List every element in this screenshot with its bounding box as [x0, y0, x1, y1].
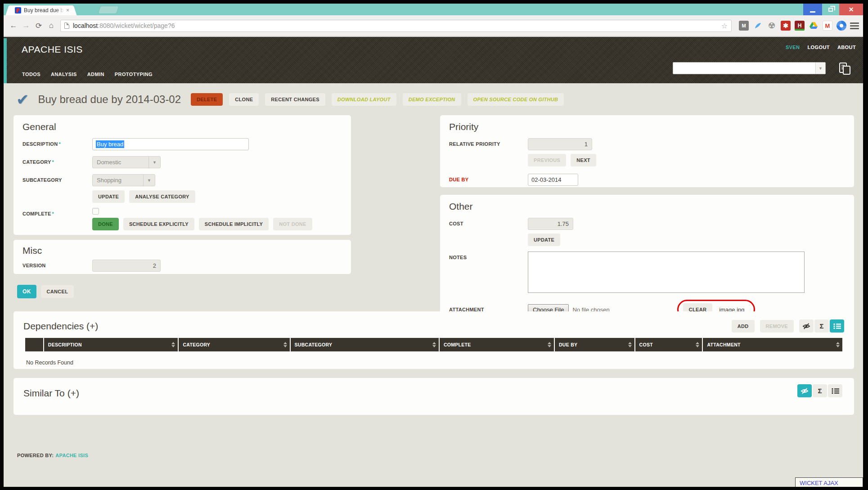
forward-icon[interactable]: →	[20, 21, 32, 30]
extension-m-icon[interactable]: M	[739, 21, 749, 31]
user-name-link[interactable]: SVEN	[786, 45, 800, 50]
wicket-ajax-debug-button[interactable]: WICKET AJAX DEBUG	[795, 477, 863, 487]
extension-gmail-icon[interactable]: M	[823, 21, 832, 31]
schedule-implicitly-button[interactable]: SCHEDULE IMPLICITLY	[199, 218, 269, 230]
column-header-description[interactable]: DESCRIPTION	[44, 338, 178, 351]
general-panel: General DESCRIPTION* Buy bread CATEGORY*…	[13, 115, 351, 235]
recent-changes-button[interactable]: RECENT CHANGES	[265, 93, 325, 106]
cancel-button[interactable]: CANCEL	[41, 285, 74, 298]
column-header-subcategory[interactable]: SUBCATEGORY	[291, 338, 439, 351]
description-label: DESCRIPTION*	[22, 138, 92, 147]
extension-drive-icon[interactable]	[809, 21, 819, 31]
column-header-cost[interactable]: COST	[635, 338, 702, 351]
notes-textarea[interactable]	[528, 252, 805, 293]
open-source-code-button[interactable]: OPEN SOURCE CODE ON GITHUB	[468, 93, 564, 106]
url-text: localhost:8080/wicket/wicket/page?6	[73, 22, 175, 29]
restore-button[interactable]	[822, 4, 839, 15]
column-header-category[interactable]: CATEGORY	[179, 338, 289, 351]
nav-item-analysis[interactable]: ANALYSIS	[51, 72, 77, 77]
back-icon[interactable]: ←	[7, 21, 20, 30]
other-heading: Other	[449, 201, 845, 212]
hide-view-icon[interactable]	[799, 319, 814, 333]
dependencies-panel: Dependencies (+) ADD REMOVE Σ	[13, 311, 854, 369]
reload-icon[interactable]: ⟳	[32, 21, 45, 31]
todo-check-icon: ✔	[16, 92, 29, 107]
chevron-down-icon: ▼	[148, 157, 160, 168]
tab-close-icon[interactable]: ×	[66, 7, 69, 13]
nav-item-prototyping[interactable]: PROTOTYPING	[115, 72, 153, 77]
clone-button[interactable]: CLONE	[229, 93, 259, 106]
notes-label: NOTES	[449, 252, 528, 260]
table-header-row: DESCRIPTION CATEGORY SUBCATEGORY COMPLET…	[25, 338, 842, 351]
copy-link-icon[interactable]	[839, 62, 851, 76]
download-layout-button[interactable]: DOWNLOAD LAYOUT	[332, 93, 396, 106]
column-header-attachment[interactable]: ATTACHMENT	[703, 338, 842, 351]
window-accent-strip	[4, 38, 7, 83]
schedule-explicitly-button[interactable]: SCHEDULE EXPLICITLY	[123, 218, 194, 230]
similar-to-panel: Similar To (+) Σ	[13, 378, 854, 415]
home-icon[interactable]: ⌂	[45, 21, 58, 30]
next-button[interactable]: NEXT	[571, 154, 596, 166]
minimize-button[interactable]	[803, 4, 822, 15]
due-by-label: DUE BY	[449, 174, 528, 182]
chevron-down-icon: ▼	[143, 175, 155, 186]
priority-heading: Priority	[449, 121, 845, 132]
cost-update-button[interactable]: UPDATE	[528, 234, 560, 246]
relative-priority-label: RELATIVE PRIORITY	[449, 138, 528, 147]
ok-button[interactable]: OK	[17, 285, 36, 298]
priority-panel: Priority RELATIVE PRIORITY 1 PREVIOUS NE…	[440, 115, 854, 187]
dependencies-controls: ADD REMOVE Σ	[732, 319, 844, 333]
subcategory-label: SUBCATEGORY	[22, 174, 92, 183]
empty-table-message: No Records Found	[13, 351, 854, 366]
nav-item-todos[interactable]: TODOS	[22, 72, 40, 77]
main-nav: TODOS ANALYSIS ADMIN PROTOTYPING	[22, 72, 153, 77]
column-header-complete[interactable]: COMPLETE	[440, 338, 554, 351]
done-button[interactable]: DONE	[92, 218, 119, 230]
update-button[interactable]: UPDATE	[92, 190, 125, 203]
about-link[interactable]: ABOUT	[837, 45, 856, 50]
nav-item-admin[interactable]: ADMIN	[87, 72, 104, 77]
other-panel: Other COST 1.75 UPDATE NOTES ATTACHMENT …	[440, 195, 854, 319]
extension-h-icon[interactable]: H	[795, 21, 805, 31]
add-button[interactable]: ADD	[732, 320, 755, 333]
view-toggle-group: Σ	[797, 384, 842, 397]
tab-title: Buy bread due by 20	[24, 7, 65, 13]
sort-icon	[548, 342, 551, 347]
delete-button[interactable]: DELETE	[191, 93, 223, 106]
extension-lastpass-icon[interactable]: ✱	[781, 21, 791, 31]
due-by-input[interactable]: 02-03-2014	[528, 174, 578, 186]
extension-radiation-icon[interactable]: ☢	[767, 21, 777, 31]
column-header-due-by[interactable]: DUE BY	[555, 338, 634, 351]
bookmark-star-icon[interactable]: ☆	[721, 22, 728, 30]
list-view-icon[interactable]	[828, 384, 842, 397]
browser-window: Buy bread due by 20 × ✕ ← → ⟳ ⌂ localhos…	[4, 4, 863, 487]
misc-heading: Misc	[22, 245, 342, 256]
new-tab-button[interactable]	[98, 6, 118, 13]
cost-label: COST	[449, 218, 528, 226]
chevron-down-icon[interactable]: ▼	[815, 63, 825, 74]
list-view-icon[interactable]	[830, 319, 844, 333]
search-select[interactable]: ▼	[673, 62, 826, 74]
apache-isis-link[interactable]: APACHE ISIS	[55, 453, 88, 458]
dependencies-heading: Dependencies (+)	[23, 321, 732, 332]
browser-tab[interactable]: Buy bread due by 20 ×	[10, 5, 72, 15]
analyse-category-button[interactable]: ANALYSE CATEGORY	[129, 190, 195, 203]
hide-view-icon[interactable]	[797, 384, 812, 397]
close-button[interactable]: ✕	[839, 4, 863, 15]
sort-icon	[696, 342, 699, 347]
complete-checkbox[interactable]	[92, 208, 99, 215]
summary-view-icon[interactable]: Σ	[813, 384, 827, 397]
page-viewport: APACHE ISIS TODOS ANALYSIS ADMIN PROTOTY…	[4, 37, 863, 487]
summary-view-icon[interactable]: Σ	[814, 319, 829, 333]
extension-shutter-icon[interactable]	[837, 21, 846, 31]
description-input[interactable]: Buy bread	[92, 138, 249, 150]
browser-menu-icon[interactable]	[850, 22, 859, 29]
extension-feather-icon[interactable]	[753, 21, 763, 31]
address-bar[interactable]: localhost:8080/wicket/wicket/page?6 ☆	[60, 20, 732, 32]
user-links: SVEN LOGOUT ABOUT	[786, 45, 856, 50]
required-asterisk: *	[58, 141, 61, 147]
demo-exception-button[interactable]: DEMO EXCEPTION	[403, 93, 461, 106]
logout-link[interactable]: LOGOUT	[807, 45, 829, 50]
description-value: Buy bread	[96, 140, 124, 148]
page-icon	[64, 22, 69, 29]
